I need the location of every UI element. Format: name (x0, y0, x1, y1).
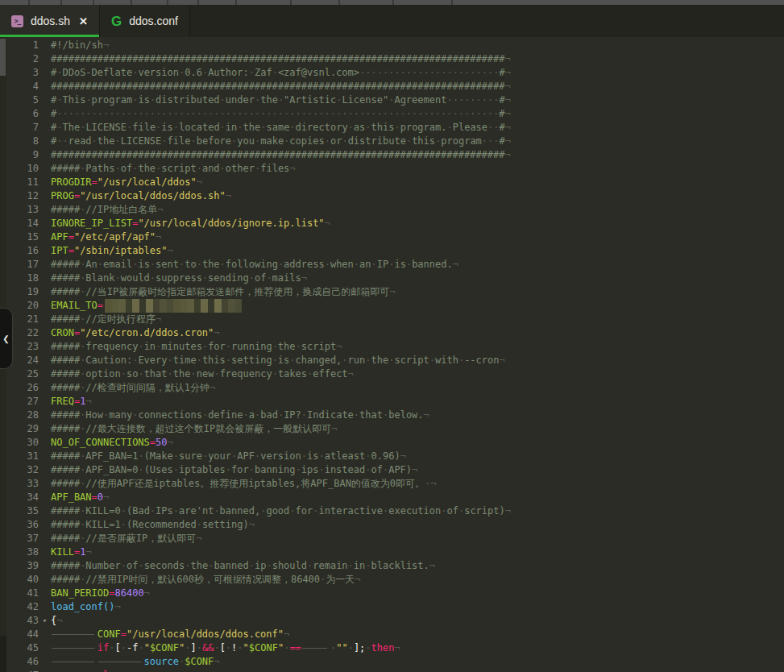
code-line[interactable]: 37#####·//是否屏蔽IP，默认即可¬ (6, 532, 784, 545)
line-number[interactable]: 42 (6, 600, 39, 614)
code-line[interactable]: 45if·[·-f·"$CONF"·]·&&·[·!·"$CONF"·==·""… (6, 641, 784, 655)
line-number[interactable]: 15 (6, 230, 39, 244)
code-line[interactable]: 21#####·//定时执行程序¬ (6, 313, 784, 326)
code-line[interactable]: 47else¬ (6, 669, 784, 672)
line-number[interactable]: 10 (6, 162, 39, 176)
code-line[interactable]: 34APF_BAN=0¬ (6, 491, 784, 504)
code-line[interactable]: 42load_conf()¬ (6, 600, 784, 614)
line-number[interactable]: 28 (6, 409, 39, 422)
code-line[interactable]: 33#####·//使用APF还是iptables。推荐使用iptables,将… (6, 477, 784, 491)
line-number[interactable]: 41 (6, 587, 39, 600)
line-number[interactable]: 45 (6, 641, 39, 655)
line-number[interactable]: 26 (6, 381, 39, 395)
line-number[interactable]: 30 (6, 436, 39, 450)
code-line[interactable]: 38KILL=1¬ (6, 545, 784, 559)
line-number[interactable]: 37 (6, 532, 39, 545)
code-line[interactable]: 25#####·option·so·that·the·new·frequency… (6, 367, 784, 381)
line-number[interactable]: 13 (6, 203, 39, 217)
line-number[interactable]: 9 (6, 148, 39, 162)
code-line[interactable]: 2#######################################… (6, 52, 784, 66)
line-number[interactable]: 34 (6, 491, 39, 504)
line-number[interactable]: 35 (6, 504, 39, 518)
side-panel-toggle[interactable]: ❮ (0, 308, 13, 369)
line-number[interactable]: 38 (6, 545, 39, 559)
line-number[interactable]: 17 (6, 258, 39, 272)
line-number[interactable]: 44 (6, 628, 39, 641)
code-line[interactable]: 16IPT="/sbin/iptables"¬ (6, 244, 784, 258)
code-line[interactable]: 12PROG="/usr/local/ddos/ddos.sh"¬ (6, 189, 784, 203)
line-number[interactable]: 40 (6, 573, 39, 587)
line-number[interactable]: 11 (6, 176, 39, 189)
token: # (500, 135, 505, 147)
code-line[interactable]: 41BAN_PERIOD=86400¬ (6, 587, 784, 600)
code-line[interactable]: 13#####·//IP地址白名单¬ (6, 203, 784, 217)
code-line[interactable]: 36#####·KILL=1·(Recommended·setting)¬ (6, 518, 784, 532)
code-line[interactable]: 39#####·Number·of·seconds·the·banned·ip·… (6, 559, 784, 573)
code-line[interactable]: 6#······································… (6, 107, 784, 121)
line-number[interactable]: 25 (6, 367, 39, 381)
line-number[interactable]: 46 (6, 655, 39, 669)
code-line[interactable]: 11PROGDIR="/usr/local/ddos"¬ (6, 176, 784, 189)
code-line[interactable]: 19#####·//当IP被屏蔽时给指定邮箱发送邮件，推荐使用，换成自己的邮箱即… (6, 285, 784, 299)
line-number[interactable]: 31 (6, 450, 39, 463)
code-line[interactable]: 8#··read·the·LICENSE·file·before·you·mak… (6, 135, 784, 148)
tab-ddos-conf[interactable]: G ddos.conf (100, 5, 189, 37)
fold-marker[interactable]: ▾ (39, 614, 51, 628)
tab-ddos-sh[interactable]: >_ ddos.sh ✕ (0, 5, 99, 37)
line-number[interactable]: 7 (6, 121, 39, 135)
code-line[interactable]: 17#####·An·email·is·sent·to·the·followin… (6, 258, 784, 272)
close-tab-icon[interactable]: ✕ (79, 15, 88, 27)
code-line[interactable]: 18#####·Blank·would·suppress·sending·of·… (6, 272, 784, 285)
code-line[interactable]: 1#!/bin/sh¬ (6, 39, 784, 52)
code-line[interactable]: 20EMAIL_TO= (6, 299, 784, 313)
code-line[interactable]: 15APF="/etc/apf/apf"¬ (6, 230, 784, 244)
line-number[interactable]: 19 (6, 285, 39, 299)
line-number[interactable]: 18 (6, 272, 39, 285)
line-number[interactable]: 27 (6, 395, 39, 409)
code-editor[interactable]: 1#!/bin/sh¬2############################… (6, 37, 784, 672)
code-line[interactable]: 32#####·APF_BAN=0·(Uses·iptables·for·ban… (6, 463, 784, 477)
line-number[interactable]: 5 (6, 93, 39, 107)
line-number[interactable]: 29 (6, 422, 39, 436)
code-line[interactable]: 22CRON="/etc/cron.d/ddos.cron"¬ (6, 326, 784, 340)
code-line[interactable]: 30NO_OF_CONNECTIONS=50¬ (6, 436, 784, 450)
token: "Artistic (284, 94, 336, 106)
code-line[interactable]: 23#####·frequency·in·minutes·for·running… (6, 340, 784, 354)
code-line[interactable]: 29#####·//最大连接数，超过这个数IP就会被屏蔽，一般默认即可¬ (6, 422, 784, 436)
code-line[interactable]: 46source·$CONF¬ (6, 655, 784, 669)
line-number[interactable]: 14 (6, 217, 39, 230)
line-number[interactable]: 32 (6, 463, 39, 477)
code-line[interactable]: 26#####·//检查时间间隔，默认1分钟¬ (6, 381, 784, 395)
line-number[interactable]: 36 (6, 518, 39, 532)
code-line[interactable]: 7#·The·LICENSE·file·is·located·in·the·sa… (6, 121, 784, 135)
code-line[interactable]: 10#####·Paths·of·the·script·and·other·fi… (6, 162, 784, 176)
code-line[interactable]: 27FREQ=1¬ (6, 395, 784, 409)
line-number[interactable]: 1 (6, 39, 39, 52)
line-number[interactable]: 33 (6, 477, 39, 491)
line-number[interactable]: 12 (6, 189, 39, 203)
line-number[interactable]: 4 (6, 80, 39, 93)
code-line[interactable]: 40#####·//禁用IP时间，默认600秒，可根据情况调整，86400·为一… (6, 573, 784, 587)
code-line[interactable]: 5#·This·program·is·distributed·under·the… (6, 93, 784, 107)
code-line[interactable]: 9#######################################… (6, 148, 784, 162)
code-line[interactable]: 4#######################################… (6, 80, 784, 93)
line-number[interactable]: 3 (6, 66, 39, 80)
code-line[interactable]: 24#####·Caution:·Every·time·this·setting… (6, 354, 784, 367)
eol-mark: ¬ (85, 396, 91, 407)
line-number[interactable]: 2 (6, 52, 39, 66)
code-line[interactable]: 44CONF="/usr/local/ddos/ddos.conf"¬ (6, 628, 784, 641)
line-number[interactable]: 39 (6, 559, 39, 573)
line-number[interactable]: 8 (6, 135, 39, 148)
code-line[interactable]: 31#####·APF_BAN=1·(Make·sure·your·APF·ve… (6, 450, 784, 463)
line-number[interactable]: 43 (6, 614, 39, 628)
code-line[interactable]: 35#####·KILL=0·(Bad·IPs·are'nt·banned,·g… (6, 504, 784, 518)
line-number[interactable]: 16 (6, 244, 39, 258)
code-line[interactable]: 43▾{¬ (6, 614, 784, 628)
code-line[interactable]: 3#·DDoS-Deflate·version·0.6·Author:·Zaf·… (6, 66, 784, 80)
line-number[interactable]: 47 (6, 669, 39, 672)
code-line[interactable]: 14IGNORE_IP_LIST="/usr/local/ddos/ignore… (6, 217, 784, 230)
code-line[interactable]: 28#####·How·many·connections·define·a·ba… (6, 409, 784, 422)
scrollbar-thumb[interactable] (0, 39, 6, 76)
line-number[interactable]: 6 (6, 107, 39, 121)
space-whitespace: · (197, 355, 202, 366)
